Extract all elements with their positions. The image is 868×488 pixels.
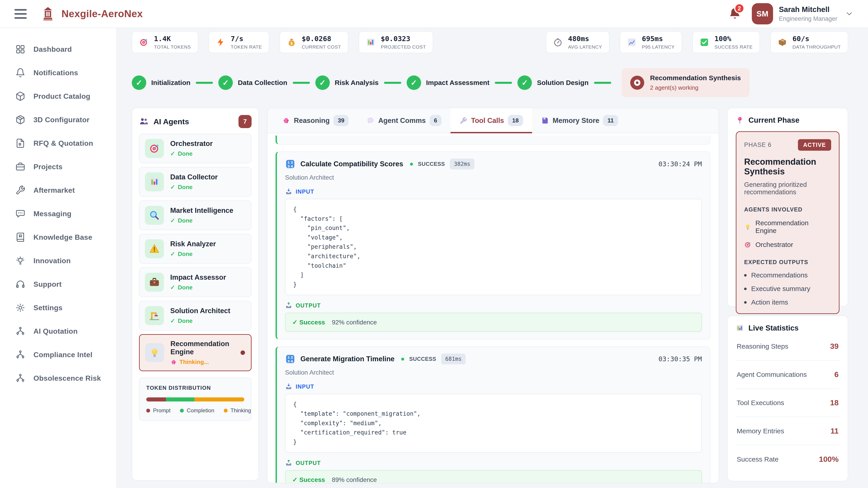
agent-card-solution-architect[interactable]: Solution Architect ✓Done	[139, 301, 252, 330]
sidebar-item-3d-configurator[interactable]: 3D Configurator	[0, 108, 116, 131]
stat-value: 18	[830, 398, 839, 407]
tool-call-title: Calculate Compatibility Scores	[301, 160, 403, 168]
legend-dot-icon	[146, 409, 150, 413]
agent-status: ✓Done	[170, 217, 233, 224]
hamburger-menu-icon[interactable]	[14, 9, 27, 19]
sidebar-item-innovation[interactable]: Innovation	[0, 249, 116, 272]
tab-count-badge: 11	[603, 115, 618, 126]
tab-count-badge: 18	[508, 115, 523, 126]
sidebar-item-notifications[interactable]: Notifications	[0, 61, 116, 85]
sidebar-item-label: Aftermarket	[33, 186, 75, 195]
sidebar-item-obsolescence-risk[interactable]: Obsolescence Risk	[0, 366, 116, 390]
metric-value: $0.0323	[381, 35, 426, 43]
metric-card-current-cost: $ $0.0268 CURRENT COST	[280, 31, 348, 53]
sidebar-item-knowledge-base[interactable]: Knowledge Base	[0, 225, 116, 249]
bell-icon	[16, 68, 25, 78]
agent-name: Impact Assessor	[170, 273, 226, 282]
sidebar-item-compliance-intel[interactable]: Compliance Intel	[0, 343, 116, 366]
agent-card-data-collector[interactable]: Data Collector ✓Done	[139, 167, 252, 197]
sidebar-item-dashboard[interactable]: Dashboard	[0, 37, 116, 61]
metrics-bar: 1.4K TOTAL TOKENS 7/s TOKEN RATE $ $0.02…	[132, 31, 848, 53]
expected-outputs-header: EXPECTED OUTPUTS	[744, 259, 831, 265]
app-logo-bank-icon	[40, 6, 56, 22]
legend-label: Thinking	[230, 408, 251, 414]
tab-agent-comms[interactable]: Agent Comms 6	[358, 108, 451, 133]
sidebar-item-label: Messaging	[33, 210, 71, 218]
input-section-label: INPUT	[285, 383, 702, 390]
legend-dot-icon	[180, 409, 184, 413]
sidebar-item-label: Compliance Intel	[33, 351, 92, 359]
input-section-label: INPUT	[285, 188, 702, 195]
notifications-bell-icon[interactable]: 2	[728, 7, 742, 21]
tool-call-card-calculate-compatibility-scores[interactable]: 1234 Calculate Compatibility Scores SUCC…	[276, 151, 710, 339]
sidebar-item-rfq-quotation[interactable]: RFQ & Quotation	[0, 131, 116, 155]
tool-call-card-partial	[276, 135, 710, 144]
content-columns: AI Agents 7 Orchestrator ✓Done Data Coll…	[132, 108, 848, 483]
check-icon: ✓	[170, 251, 175, 258]
svg-text:2: 2	[291, 161, 293, 164]
sidebar-item-support[interactable]: Support	[0, 272, 116, 296]
tool-call-duration-badge: 382ms	[450, 159, 474, 169]
tab-count-badge: 39	[333, 115, 348, 126]
bell-icon	[728, 18, 742, 22]
tab-tool-calls[interactable]: Tool Calls 18	[451, 108, 532, 133]
checkbox-icon	[700, 37, 709, 47]
sidebar-item-label: RFQ & Quotation	[33, 139, 93, 148]
stat-value: 6	[834, 370, 839, 379]
agent-card-impact-assessor[interactable]: Impact Assessor ✓Done	[139, 267, 252, 297]
input-numbers-icon: 1234	[285, 159, 296, 169]
svg-text:$: $	[290, 41, 293, 45]
sidebar-item-aftermarket[interactable]: Aftermarket	[0, 178, 116, 202]
inbox-tray-icon	[285, 383, 292, 390]
check-icon: ✓	[170, 184, 175, 191]
bulb-icon	[145, 343, 164, 362]
token-distribution-card: TOKEN DISTRIBUTION Prompt Completion Thi…	[139, 378, 252, 421]
current-phase-panel: Current Phase PHASE 6 ACTIVE Recommendat…	[727, 108, 848, 306]
ai-agents-header: AI Agents 7	[139, 115, 252, 128]
user-menu[interactable]: SM Sarah Mitchell Engineering Manager	[752, 3, 854, 24]
sidebar-item-label: Notifications	[33, 69, 78, 77]
token-distribution-legend: Prompt Completion Thinking	[146, 408, 244, 414]
agent-card-orchestrator[interactable]: Orchestrator ✓Done	[139, 133, 252, 163]
pipeline-phase-data-collection: ✓ Data Collection	[218, 75, 287, 90]
agent-status: ✓Done	[170, 284, 226, 291]
sidebar-item-settings[interactable]: Settings	[0, 296, 116, 320]
tab-label: Agent Comms	[378, 117, 426, 125]
agent-card-market-intelligence[interactable]: Market Intelligence ✓Done	[139, 200, 252, 230]
metric-value: 1.4K	[154, 35, 191, 43]
pipeline-connector	[293, 82, 310, 84]
phase-label: Solution Design	[537, 79, 588, 87]
sidebar-item-label: Projects	[33, 163, 63, 171]
main-content: 1.4K TOTAL TOKENS 7/s TOKEN RATE $ $0.02…	[117, 28, 868, 488]
output-confidence: 89% confidence	[332, 476, 377, 483]
wrench-icon	[16, 185, 25, 195]
sidebar-item-ai-quotation[interactable]: AI Quotation	[0, 320, 116, 343]
working-indicator-dot	[241, 350, 245, 355]
pipeline-connector	[495, 82, 512, 84]
tool-call-header: 1234 Generate Migration Timeline SUCCESS…	[285, 354, 702, 364]
magnifier-icon	[145, 206, 164, 225]
stat-label: Tool Executions	[737, 399, 784, 407]
chartup-icon	[627, 37, 637, 47]
sidebar-item-product-catalog[interactable]: Product Catalog	[0, 85, 116, 108]
pin-icon	[736, 116, 744, 124]
output-result-box: ✓ Success 92% confidence	[285, 313, 702, 332]
input-numbers-icon: 1234	[285, 354, 296, 364]
inbox-tray-icon	[285, 188, 292, 195]
tab-memory-store[interactable]: Memory Store 11	[532, 108, 627, 133]
tab-reasoning[interactable]: Reasoning 39	[273, 108, 358, 133]
sidebar-item-label: Obsolescence Risk	[33, 374, 101, 383]
tool-calls-scroll-area[interactable]: 1234 Calculate Compatibility Scores SUCC…	[268, 133, 719, 483]
sidebar-item-projects[interactable]: Projects	[0, 155, 116, 178]
svg-text:3: 3	[287, 359, 290, 363]
legend-dot-icon	[224, 409, 228, 413]
sun-icon	[16, 303, 25, 313]
current-phase-card: PHASE 6 ACTIVE Recommendation Synthesis …	[736, 131, 839, 314]
sidebar-item-label: Dashboard	[33, 45, 72, 54]
sidebar-item-messaging[interactable]: Messaging	[0, 202, 116, 225]
agent-card-recommendation-engine[interactable]: Recommendation Engine Thinking...	[139, 334, 252, 371]
check-circle-icon: ✓	[518, 75, 532, 90]
tool-call-agent: Solution Architect	[285, 174, 702, 181]
agent-card-risk-analyzer[interactable]: Risk Analyzer ✓Done	[139, 234, 252, 264]
tool-call-card-generate-migration-timeline[interactable]: 1234 Generate Migration Timeline SUCCESS…	[276, 346, 710, 483]
